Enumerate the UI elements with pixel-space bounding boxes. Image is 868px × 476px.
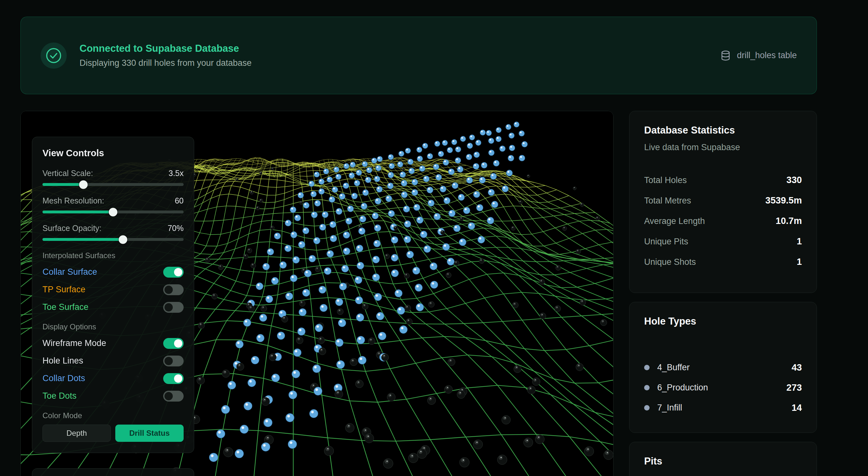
surface-opacity-label: Surface Opacity:: [42, 224, 101, 233]
stat-row-unique-pits: Unique Pits 1: [644, 236, 802, 247]
mesh-resolution-value: 60: [175, 196, 184, 205]
vertical-scale-value: 3.5x: [168, 169, 184, 178]
color-mode-section-label: Color Mode: [42, 411, 184, 420]
toe-surface-toggle[interactable]: [163, 302, 184, 313]
viewport-panel: View Controls Vertical Scale: 3.5x Mesh …: [21, 111, 614, 476]
view-controls-title: View Controls: [42, 148, 184, 158]
vertical-scale-label: Vertical Scale:: [42, 169, 93, 178]
surface-opacity-slider[interactable]: [42, 238, 184, 241]
banner-status: Connected to Supabase Database Displayin…: [40, 42, 252, 69]
stat-row-unique-shots: Unique Shots 1: [644, 257, 802, 267]
view-controls-panel: View Controls Vertical Scale: 3.5x Mesh …: [32, 137, 194, 453]
connection-banner: Connected to Supabase Database Displayin…: [21, 17, 817, 94]
success-check-icon: [40, 42, 67, 69]
table-name-label: drill_holes table: [737, 51, 797, 60]
wireframe-mode-toggle[interactable]: [163, 338, 184, 349]
hole-types-title: Hole Types: [644, 316, 802, 327]
surfaces-section-label: Interpolated Surfaces: [42, 251, 184, 260]
toe-surface-label: Toe Surface: [42, 302, 89, 312]
wireframe-mode-label: Wireframe Mode: [42, 338, 106, 348]
mesh-resolution-group: Mesh Resolution: 60: [42, 196, 184, 213]
toe-dots-toggle[interactable]: [163, 391, 184, 401]
vertical-scale-slider-thumb[interactable]: [79, 180, 88, 189]
banner-title: Connected to Supabase Database: [80, 43, 252, 54]
surface-opacity-value: 70%: [168, 224, 184, 233]
collar-surface-label: Collar Surface: [42, 267, 97, 277]
hole-lines-row: Hole Lines: [42, 352, 184, 369]
collar-dots-row: Collar Dots: [42, 369, 184, 387]
mesh-resolution-slider[interactable]: [42, 211, 184, 213]
drill-status-button[interactable]: Drill Status: [115, 424, 184, 442]
stat-row-total-metres: Total Metres 3539.5m: [644, 195, 802, 206]
toe-surface-row: Toe Surface: [42, 298, 184, 316]
surface-opacity-group: Surface Opacity: 70%: [42, 224, 184, 241]
hole-type-dot: [644, 365, 650, 370]
mesh-resolution-label: Mesh Resolution:: [42, 196, 104, 205]
pits-panel: Pits: [629, 442, 817, 476]
hole-types-panel: Hole Types 4_Buffer 43 6_Production 273 …: [629, 302, 817, 433]
stat-row-total-holes: Total Holes 330: [644, 175, 802, 185]
hole-type-row-production: 6_Production 273: [644, 382, 802, 393]
wireframe-mode-row: Wireframe Mode: [42, 334, 184, 352]
tp-surface-row: TP Surface: [42, 281, 184, 298]
tp-surface-label: TP Surface: [42, 285, 86, 295]
database-statistics-panel: Database Statistics Live data from Supab…: [629, 111, 817, 293]
table-indicator: drill_holes table: [720, 50, 797, 61]
surface-opacity-slider-thumb[interactable]: [119, 235, 127, 244]
hole-lines-label: Hole Lines: [42, 356, 83, 366]
database-statistics-subtitle: Live data from Supabase: [644, 143, 802, 152]
vertical-scale-slider[interactable]: [42, 183, 184, 186]
color-mode-buttons: Depth Drill Status: [42, 424, 184, 442]
hole-type-dot: [644, 385, 650, 390]
hole-type-dot: [644, 405, 650, 411]
vertical-scale-group: Vertical Scale: 3.5x: [42, 169, 184, 186]
database-statistics-title: Database Statistics: [644, 125, 802, 136]
tp-surface-toggle[interactable]: [163, 284, 184, 295]
collar-dots-toggle[interactable]: [163, 373, 184, 384]
hole-lines-toggle[interactable]: [163, 356, 184, 366]
mesh-resolution-slider-thumb[interactable]: [109, 208, 118, 216]
collar-surface-row: Collar Surface: [42, 263, 184, 281]
toe-dots-label: Toe Dots: [42, 391, 76, 401]
stat-row-average-length: Average Length 10.7m: [644, 216, 802, 226]
legend-panel: [32, 468, 194, 476]
toe-dots-row: Toe Dots: [42, 387, 184, 405]
hole-type-row-infill: 7_Infill 14: [644, 403, 802, 413]
display-section-label: Display Options: [42, 322, 184, 331]
database-icon: [720, 50, 731, 61]
hole-type-row-buffer: 4_Buffer 43: [644, 362, 802, 373]
depth-button[interactable]: Depth: [42, 424, 111, 442]
banner-subtitle: Displaying 330 drill holes from your dat…: [80, 58, 252, 68]
collar-dots-label: Collar Dots: [42, 374, 85, 383]
banner-text: Connected to Supabase Database Displayin…: [80, 43, 252, 68]
collar-surface-toggle[interactable]: [163, 267, 184, 278]
pits-title: Pits: [644, 455, 802, 467]
